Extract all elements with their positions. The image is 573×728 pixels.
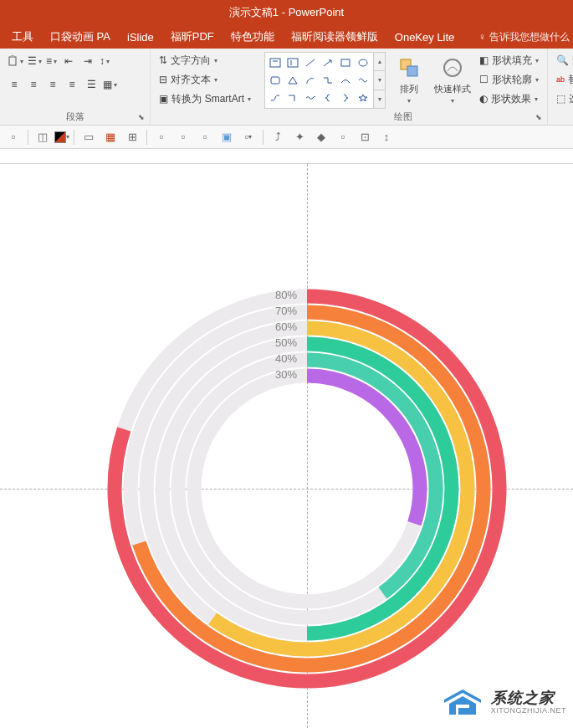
qt-btn-7[interactable]: ▫ <box>173 128 193 146</box>
shape-elbow2[interactable] <box>284 90 301 106</box>
ring-label: 70% <box>275 305 297 317</box>
shape-freeform[interactable] <box>355 72 371 89</box>
shape-line[interactable] <box>302 54 319 71</box>
slide-canvas[interactable]: 80%70%60%50%40%30% 系统之家 XITONGZHIJIA.NET <box>0 164 573 728</box>
tell-me-search[interactable]: ♀ 告诉我您想做什么 <box>478 30 570 44</box>
indent-right-button[interactable]: ⇥ <box>79 52 97 70</box>
shape-elbow[interactable] <box>320 72 336 89</box>
tab-koudai[interactable]: 口袋动画 PA <box>42 26 119 48</box>
shape-star[interactable] <box>355 90 371 106</box>
qt-btn-13[interactable]: ◆ <box>311 128 331 146</box>
select-button[interactable]: ⬚选 <box>553 90 573 107</box>
svg-rect-20 <box>458 708 463 715</box>
shape-oval[interactable] <box>355 54 371 71</box>
chevron-down-icon: ▾ <box>407 97 411 105</box>
qt-color-button[interactable]: ▾ <box>54 128 69 146</box>
shape-effects-button[interactable]: ◐ 形状效果 ▾ <box>476 90 542 107</box>
qt-btn-16[interactable]: ↕ <box>376 128 396 146</box>
qt-btn-11[interactable]: ⤴ <box>268 128 288 146</box>
shape-textbox[interactable] <box>267 54 284 71</box>
paragraph-dialog-launcher[interactable]: ⬊ <box>138 113 148 123</box>
shape-connector[interactable] <box>267 90 284 106</box>
svg-rect-10 <box>271 77 279 84</box>
scroll-down-icon[interactable]: ▾ <box>374 71 385 90</box>
shape-rrect[interactable] <box>267 72 284 89</box>
align-text-button[interactable]: ⊟ 对齐文本 ▾ <box>156 71 254 88</box>
find-icon: 🔍 <box>556 54 569 66</box>
svg-rect-12 <box>407 66 417 76</box>
convert-smartart-button[interactable]: ▣ 转换为 SmartArt ▾ <box>156 90 254 107</box>
qt-btn-4[interactable]: ▦ <box>100 128 120 146</box>
ring-label: 30% <box>275 368 297 381</box>
tab-special[interactable]: 特色功能 <box>223 26 283 48</box>
quick-styles-button[interactable]: 快速样式 ▾ <box>432 52 473 107</box>
text-direction-icon: ⇅ <box>159 54 167 66</box>
gallery-expand-icon[interactable]: ▾ <box>374 90 385 108</box>
ring-label: 50% <box>275 336 297 349</box>
scroll-up-icon[interactable]: ▴ <box>374 53 385 71</box>
shape-arc[interactable] <box>302 72 319 89</box>
shape-textbox-v[interactable] <box>284 54 301 71</box>
qt-btn-14[interactable]: ▫ <box>333 128 353 146</box>
tab-islide[interactable]: iSlide <box>119 28 162 47</box>
chevron-down-icon: ▾ <box>214 57 217 64</box>
quick-access-toolbar: ▫ ◫ ▾ ▭ ▦ ⊞ ▫ ▫ ▫ ▣ ▫▾ ⤴ ✦ ◆ ▫ ⊡ ↕ <box>0 126 573 149</box>
shape-fill-button[interactable]: ◧ 形状填充 ▾ <box>476 52 542 69</box>
qt-btn-1[interactable]: ▫ <box>3 128 23 146</box>
indent-left-button[interactable]: ⇤ <box>59 52 78 70</box>
shape-triangle[interactable] <box>284 72 301 89</box>
ribbon: ▾ ☰▾ ≡▾ ⇤ ⇥ ↕▾ ≡ ≡ ≡ ≡ ☰ ▦▾ <box>0 49 573 126</box>
shape-gallery[interactable] <box>264 52 374 109</box>
numbering-button[interactable]: ≡▾ <box>44 52 59 70</box>
find-button[interactable]: 🔍查 <box>553 52 573 69</box>
radial-progress-chart[interactable]: 80%70%60%50%40%30% <box>106 288 508 690</box>
qt-btn-2[interactable]: ◫ <box>33 128 53 146</box>
qt-btn-9[interactable]: ▣ <box>217 128 237 146</box>
shape-outline-button[interactable]: ☐ 形状轮廓 ▾ <box>476 71 542 88</box>
arrange-button[interactable]: 排列 ▾ <box>389 52 429 107</box>
shape-arrow[interactable] <box>320 54 336 71</box>
quick-styles-icon <box>439 54 466 81</box>
ribbon-tabs: 工具 口袋动画 PA iSlide 福昕PDF 特色功能 福昕阅读器领鲜版 On… <box>0 25 573 49</box>
qt-btn-5[interactable]: ⊞ <box>122 128 142 146</box>
shape-gallery-scroll[interactable]: ▴ ▾ ▾ <box>374 52 386 109</box>
shape-rect[interactable] <box>337 54 354 71</box>
shape-brace-l[interactable] <box>320 90 336 106</box>
replace-icon: ab <box>556 75 565 84</box>
chevron-down-icon: ▾ <box>535 95 538 103</box>
svg-rect-2 <box>270 59 280 67</box>
tab-tools[interactable]: 工具 <box>3 26 42 48</box>
shape-wave[interactable] <box>302 90 319 106</box>
qt-btn-15[interactable]: ⊡ <box>355 128 375 146</box>
qt-btn-8[interactable]: ▫ <box>195 128 215 146</box>
shape-curve[interactable] <box>337 72 354 89</box>
distribute-button[interactable]: ☰ <box>82 75 100 94</box>
line-spacing-button[interactable]: ↕▾ <box>98 52 111 70</box>
chevron-down-icon: ▾ <box>451 97 454 105</box>
tab-onekey[interactable]: OneKey Lite <box>386 28 463 47</box>
qt-btn-12[interactable]: ✦ <box>289 128 310 146</box>
arrange-icon <box>396 54 422 81</box>
bullets-button[interactable]: ☰▾ <box>26 52 43 70</box>
qt-btn-3[interactable]: ▭ <box>79 128 99 146</box>
drawing-dialog-launcher[interactable]: ⬊ <box>535 113 545 123</box>
watermark-sub: XITONGZHIJIA.NET <box>491 707 566 715</box>
ribbon-group-editing: 🔍查 ab替 ⬚选 <box>548 49 573 125</box>
tab-foxit-pdf[interactable]: 福昕PDF <box>162 26 223 48</box>
qt-btn-10[interactable]: ▫▾ <box>238 128 258 146</box>
align-left-button[interactable]: ≡ <box>5 75 23 94</box>
outline-icon: ☐ <box>479 74 489 85</box>
text-direction-button[interactable]: ⇅ 文字方向 ▾ <box>156 52 254 69</box>
horizontal-ruler[interactable] <box>0 149 573 164</box>
align-center-button[interactable]: ≡ <box>24 75 43 94</box>
qt-btn-6[interactable]: ▫ <box>151 128 171 146</box>
align-justify-button[interactable]: ≡ <box>63 75 81 94</box>
columns-button[interactable]: ▦▾ <box>101 75 119 94</box>
shape-brace-r[interactable] <box>337 90 354 106</box>
paste-button[interactable]: ▾ <box>5 52 25 70</box>
tab-foxit-reader[interactable]: 福昕阅读器领鲜版 <box>283 26 386 48</box>
ring-label: 80% <box>275 289 297 301</box>
replace-button[interactable]: ab替 <box>553 71 573 88</box>
smartart-icon: ▣ <box>159 93 168 105</box>
align-right-button[interactable]: ≡ <box>43 75 62 94</box>
